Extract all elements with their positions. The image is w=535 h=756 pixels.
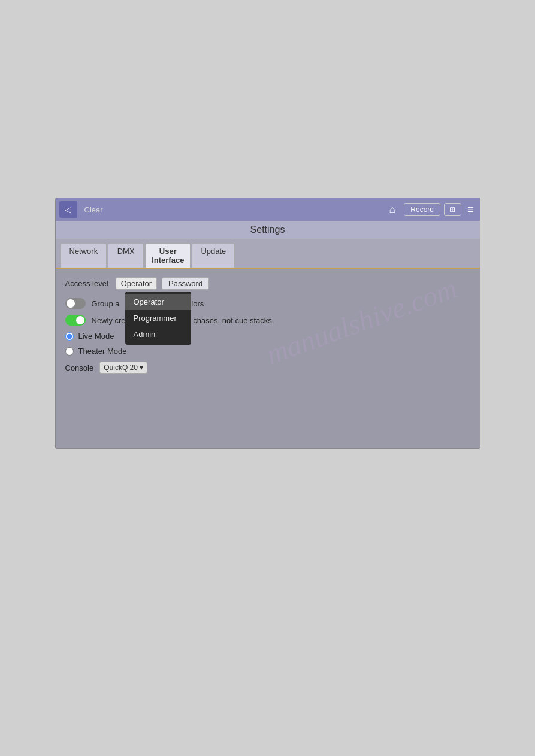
clear-button[interactable]: Clear [81, 204, 107, 215]
dropdown-item-programmer[interactable]: Programmer [125, 310, 191, 326]
app-window: ◁ Clear ⌂ Record ⊞ ≡ Settings Network DM… [55, 198, 480, 449]
back-button[interactable]: ◁ [59, 201, 77, 218]
access-level-row: Access level Operator Password Operator … [65, 277, 470, 290]
tab-user-interface[interactable]: User Interface [145, 243, 191, 268]
console-label: Console [65, 363, 94, 372]
dropdown-item-admin[interactable]: Admin [125, 326, 191, 342]
tab-bar: Network DMX User Interface Update [56, 239, 480, 269]
theater-mode-row: Theater Mode [65, 347, 470, 356]
access-level-dropdown[interactable]: Operator [116, 277, 157, 290]
group-and-toggle[interactable] [65, 298, 86, 309]
tab-dmx[interactable]: DMX [108, 243, 144, 268]
theater-mode-label: Theater Mode [78, 347, 127, 356]
live-mode-label: Live Mode [78, 332, 114, 341]
newly-created-toggle[interactable] [65, 315, 86, 326]
menu-button[interactable]: ≡ [465, 202, 476, 217]
dropdown-item-operator[interactable]: Operator [125, 294, 191, 310]
content-area: Access level Operator Password Operator … [56, 269, 480, 448]
tab-update[interactable]: Update [192, 243, 235, 268]
access-dropdown-menu: Operator Programmer Admin [125, 292, 191, 345]
password-button[interactable]: Password [162, 277, 209, 290]
console-select[interactable]: QuickQ 20 ▾ [99, 362, 147, 374]
top-bar: ◁ Clear ⌂ Record ⊞ ≡ [56, 198, 480, 221]
record-button[interactable]: Record [404, 203, 440, 216]
back-icon: ◁ [65, 205, 71, 214]
home-button[interactable]: ⌂ [384, 202, 400, 217]
home-icon: ⌂ [389, 204, 395, 215]
grid-button[interactable]: ⊞ [444, 203, 461, 216]
live-mode-radio[interactable] [65, 332, 74, 341]
theater-mode-radio[interactable] [65, 347, 74, 356]
console-row: Console QuickQ 20 ▾ [65, 362, 470, 374]
group-and-label: Group a [92, 299, 120, 308]
settings-title: Settings [56, 221, 480, 239]
access-level-label: Access level [65, 279, 108, 288]
page-wrapper: ◁ Clear ⌂ Record ⊞ ≡ Settings Network DM… [0, 0, 535, 756]
tab-network[interactable]: Network [61, 243, 107, 268]
